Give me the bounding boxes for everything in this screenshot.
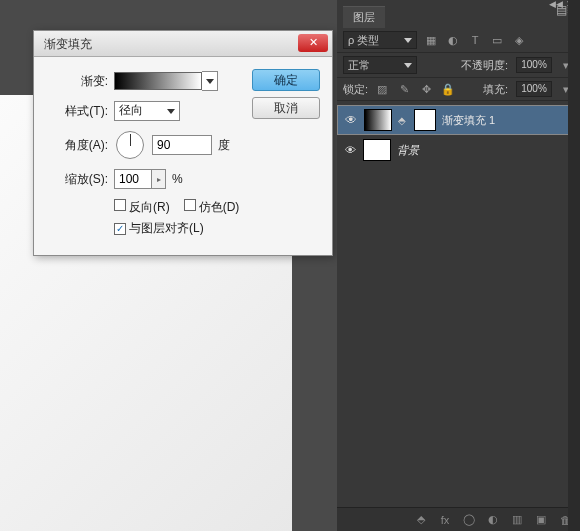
layer-name[interactable]: 背景 <box>397 143 419 158</box>
dialog-title: 渐变填充 <box>44 37 92 51</box>
style-select[interactable]: 径向 <box>114 101 180 121</box>
lock-position-icon[interactable]: ✥ <box>418 81 434 97</box>
filter-pixel-icon[interactable]: ▦ <box>423 32 439 48</box>
gradient-fill-dialog: 渐变填充 ✕ 确定 取消 渐变: 样式(T): 径向 角度(A): 度 缩放(S <box>33 30 333 256</box>
dither-checkbox-wrap[interactable]: 仿色(D) <box>184 199 240 216</box>
reverse-checkbox-wrap[interactable]: 反向(R) <box>114 199 170 216</box>
fx-icon[interactable]: fx <box>438 512 452 528</box>
style-label: 样式(T): <box>44 103 108 120</box>
scale-input[interactable] <box>114 169 152 189</box>
group-icon[interactable]: ▥ <box>510 512 524 528</box>
link-layers-icon[interactable]: ⬘ <box>414 512 428 528</box>
opacity-value[interactable]: 100% <box>516 57 552 73</box>
angle-input[interactable] <box>152 135 212 155</box>
angle-dial[interactable] <box>116 131 144 159</box>
filter-shape-icon[interactable]: ▭ <box>489 32 505 48</box>
scale-label: 缩放(S): <box>44 171 108 188</box>
gradient-dropdown-button[interactable] <box>202 71 218 91</box>
fill-value[interactable]: 100% <box>516 81 552 97</box>
dither-label: 仿色(D) <box>199 200 240 214</box>
filter-kind-select[interactable]: ρ 类型 <box>343 31 417 49</box>
gradient-label: 渐变: <box>44 73 108 90</box>
layers-panel: ◀◀ ✕ 图层 ▤≡ ρ 类型 ▦ ◐ T ▭ ◈ 正常 不透明度: 100% … <box>337 0 580 531</box>
align-label: 与图层对齐(L) <box>129 221 204 235</box>
opacity-label: 不透明度: <box>461 58 508 73</box>
close-icon: ✕ <box>309 36 318 48</box>
link-icon: ⬘ <box>398 115 408 126</box>
layer-mask-thumbnail[interactable] <box>414 109 436 131</box>
lock-transparent-icon[interactable]: ▨ <box>374 81 390 97</box>
layer-name[interactable]: 渐变填充 1 <box>442 113 495 128</box>
style-value: 径向 <box>119 103 143 117</box>
adjustment-icon[interactable]: ◐ <box>486 512 500 528</box>
visibility-toggle[interactable]: 👁 <box>343 144 357 156</box>
filter-type-icon[interactable]: T <box>467 32 483 48</box>
gradient-preview[interactable] <box>114 72 202 90</box>
visibility-toggle[interactable]: 👁 <box>344 113 358 127</box>
angle-unit: 度 <box>218 137 230 154</box>
new-layer-icon[interactable]: ▣ <box>534 512 548 528</box>
layers-tab[interactable]: 图层 <box>343 6 385 28</box>
mask-icon[interactable]: ◯ <box>462 512 476 528</box>
ok-button[interactable]: 确定 <box>252 69 320 91</box>
lock-paint-icon[interactable]: ✎ <box>396 81 412 97</box>
blend-mode-select[interactable]: 正常 <box>343 56 417 74</box>
chevron-right-icon: ▸ <box>157 175 161 184</box>
align-checkbox-wrap[interactable]: 与图层对齐(L) <box>114 220 204 237</box>
lock-label: 锁定: <box>343 82 368 97</box>
cancel-button[interactable]: 取消 <box>252 97 320 119</box>
layer-thumbnail[interactable] <box>363 139 391 161</box>
right-dock-strip <box>568 0 580 531</box>
align-checkbox[interactable] <box>114 223 126 235</box>
angle-label: 角度(A): <box>44 137 108 154</box>
scale-stepper-button[interactable]: ▸ <box>152 169 166 189</box>
dialog-titlebar[interactable]: 渐变填充 ✕ <box>34 31 332 57</box>
chevron-down-icon <box>404 63 412 68</box>
layer-list: 👁 ⬘ 渐变填充 1 👁 背景 <box>337 101 580 481</box>
chevron-down-icon <box>404 38 412 43</box>
filter-smart-icon[interactable]: ◈ <box>511 32 527 48</box>
scale-unit: % <box>172 172 183 186</box>
reverse-checkbox[interactable] <box>114 199 126 211</box>
eye-icon: 👁 <box>345 113 357 127</box>
layer-row[interactable]: 👁 背景 <box>337 135 580 165</box>
layer-row[interactable]: 👁 ⬘ 渐变填充 1 <box>337 105 580 135</box>
reverse-label: 反向(R) <box>129 200 170 214</box>
chevron-down-icon <box>206 79 214 84</box>
chevron-down-icon <box>167 109 175 114</box>
layer-thumbnail[interactable] <box>364 109 392 131</box>
lock-all-icon[interactable]: 🔒 <box>440 81 456 97</box>
close-button[interactable]: ✕ <box>298 34 328 52</box>
eye-icon: 👁 <box>345 144 356 156</box>
dither-checkbox[interactable] <box>184 199 196 211</box>
filter-adjust-icon[interactable]: ◐ <box>445 32 461 48</box>
angle-needle-icon <box>130 134 131 146</box>
layers-panel-footer: ⬘ fx ◯ ◐ ▥ ▣ 🗑 <box>337 507 580 531</box>
fill-label: 填充: <box>483 82 508 97</box>
